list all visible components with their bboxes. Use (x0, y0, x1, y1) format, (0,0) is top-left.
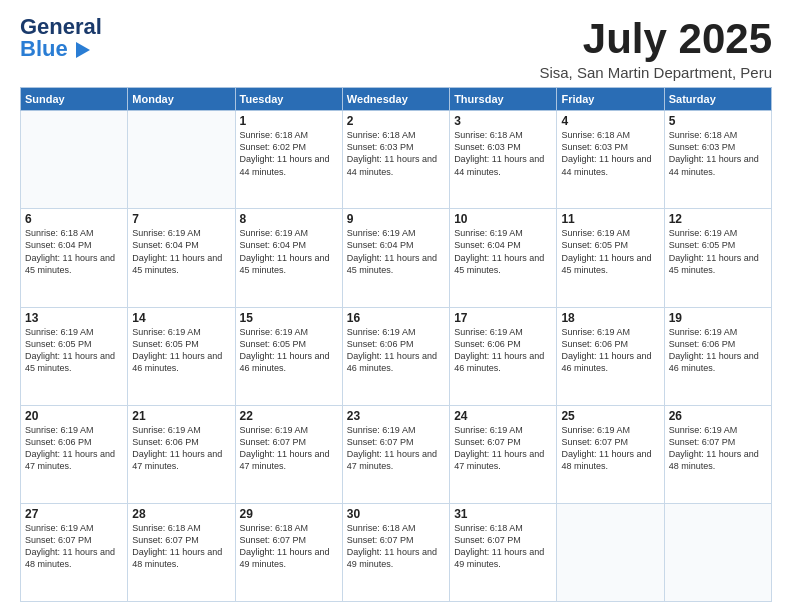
day-info: Sunrise: 6:19 AM Sunset: 6:05 PM Dayligh… (132, 326, 230, 375)
calendar-cell (664, 503, 771, 601)
day-number: 13 (25, 311, 123, 325)
day-info: Sunrise: 6:19 AM Sunset: 6:06 PM Dayligh… (669, 326, 767, 375)
weekday-header-row: SundayMondayTuesdayWednesdayThursdayFrid… (21, 88, 772, 111)
day-info: Sunrise: 6:19 AM Sunset: 6:07 PM Dayligh… (347, 424, 445, 473)
weekday-header-monday: Monday (128, 88, 235, 111)
day-info: Sunrise: 6:19 AM Sunset: 6:04 PM Dayligh… (240, 227, 338, 276)
day-number: 16 (347, 311, 445, 325)
day-info: Sunrise: 6:18 AM Sunset: 6:04 PM Dayligh… (25, 227, 123, 276)
calendar-cell: 21Sunrise: 6:19 AM Sunset: 6:06 PM Dayli… (128, 405, 235, 503)
day-number: 19 (669, 311, 767, 325)
weekday-header-friday: Friday (557, 88, 664, 111)
day-info: Sunrise: 6:19 AM Sunset: 6:04 PM Dayligh… (132, 227, 230, 276)
month-title: July 2025 (539, 16, 772, 62)
calendar-cell: 26Sunrise: 6:19 AM Sunset: 6:07 PM Dayli… (664, 405, 771, 503)
day-info: Sunrise: 6:19 AM Sunset: 6:05 PM Dayligh… (25, 326, 123, 375)
calendar-cell: 31Sunrise: 6:18 AM Sunset: 6:07 PM Dayli… (450, 503, 557, 601)
day-info: Sunrise: 6:19 AM Sunset: 6:07 PM Dayligh… (561, 424, 659, 473)
title-section: July 2025 Sisa, San Martin Department, P… (539, 16, 772, 81)
week-row-4: 20Sunrise: 6:19 AM Sunset: 6:06 PM Dayli… (21, 405, 772, 503)
calendar-cell: 29Sunrise: 6:18 AM Sunset: 6:07 PM Dayli… (235, 503, 342, 601)
day-info: Sunrise: 6:18 AM Sunset: 6:07 PM Dayligh… (454, 522, 552, 571)
calendar-cell: 5Sunrise: 6:18 AM Sunset: 6:03 PM Daylig… (664, 111, 771, 209)
day-number: 26 (669, 409, 767, 423)
day-number: 28 (132, 507, 230, 521)
day-info: Sunrise: 6:19 AM Sunset: 6:06 PM Dayligh… (561, 326, 659, 375)
calendar-cell (128, 111, 235, 209)
calendar-cell: 2Sunrise: 6:18 AM Sunset: 6:03 PM Daylig… (342, 111, 449, 209)
day-info: Sunrise: 6:18 AM Sunset: 6:03 PM Dayligh… (669, 129, 767, 178)
calendar-cell: 16Sunrise: 6:19 AM Sunset: 6:06 PM Dayli… (342, 307, 449, 405)
weekday-header-sunday: Sunday (21, 88, 128, 111)
calendar-cell: 17Sunrise: 6:19 AM Sunset: 6:06 PM Dayli… (450, 307, 557, 405)
day-info: Sunrise: 6:19 AM Sunset: 6:07 PM Dayligh… (25, 522, 123, 571)
day-info: Sunrise: 6:18 AM Sunset: 6:07 PM Dayligh… (240, 522, 338, 571)
day-number: 8 (240, 212, 338, 226)
calendar-cell: 9Sunrise: 6:19 AM Sunset: 6:04 PM Daylig… (342, 209, 449, 307)
day-info: Sunrise: 6:18 AM Sunset: 6:07 PM Dayligh… (132, 522, 230, 571)
day-number: 12 (669, 212, 767, 226)
day-number: 18 (561, 311, 659, 325)
day-number: 24 (454, 409, 552, 423)
calendar-cell: 11Sunrise: 6:19 AM Sunset: 6:05 PM Dayli… (557, 209, 664, 307)
calendar-cell: 22Sunrise: 6:19 AM Sunset: 6:07 PM Dayli… (235, 405, 342, 503)
logo-blue: Blue (20, 38, 102, 60)
week-row-1: 1Sunrise: 6:18 AM Sunset: 6:02 PM Daylig… (21, 111, 772, 209)
calendar-cell: 27Sunrise: 6:19 AM Sunset: 6:07 PM Dayli… (21, 503, 128, 601)
day-info: Sunrise: 6:19 AM Sunset: 6:06 PM Dayligh… (454, 326, 552, 375)
day-number: 1 (240, 114, 338, 128)
day-info: Sunrise: 6:18 AM Sunset: 6:03 PM Dayligh… (347, 129, 445, 178)
day-number: 7 (132, 212, 230, 226)
logo-general: General (20, 16, 102, 38)
logo-text: General Blue (20, 16, 102, 60)
day-info: Sunrise: 6:19 AM Sunset: 6:07 PM Dayligh… (454, 424, 552, 473)
calendar-table: SundayMondayTuesdayWednesdayThursdayFrid… (20, 87, 772, 602)
calendar-cell: 1Sunrise: 6:18 AM Sunset: 6:02 PM Daylig… (235, 111, 342, 209)
day-number: 10 (454, 212, 552, 226)
day-number: 11 (561, 212, 659, 226)
day-info: Sunrise: 6:18 AM Sunset: 6:03 PM Dayligh… (454, 129, 552, 178)
day-info: Sunrise: 6:19 AM Sunset: 6:06 PM Dayligh… (132, 424, 230, 473)
day-number: 6 (25, 212, 123, 226)
day-info: Sunrise: 6:19 AM Sunset: 6:06 PM Dayligh… (25, 424, 123, 473)
day-info: Sunrise: 6:18 AM Sunset: 6:02 PM Dayligh… (240, 129, 338, 178)
day-number: 9 (347, 212, 445, 226)
calendar-cell: 6Sunrise: 6:18 AM Sunset: 6:04 PM Daylig… (21, 209, 128, 307)
calendar-cell: 25Sunrise: 6:19 AM Sunset: 6:07 PM Dayli… (557, 405, 664, 503)
calendar-cell: 3Sunrise: 6:18 AM Sunset: 6:03 PM Daylig… (450, 111, 557, 209)
calendar-cell: 24Sunrise: 6:19 AM Sunset: 6:07 PM Dayli… (450, 405, 557, 503)
weekday-header-tuesday: Tuesday (235, 88, 342, 111)
day-info: Sunrise: 6:19 AM Sunset: 6:04 PM Dayligh… (454, 227, 552, 276)
day-info: Sunrise: 6:18 AM Sunset: 6:07 PM Dayligh… (347, 522, 445, 571)
day-number: 25 (561, 409, 659, 423)
day-info: Sunrise: 6:19 AM Sunset: 6:05 PM Dayligh… (561, 227, 659, 276)
calendar-cell: 18Sunrise: 6:19 AM Sunset: 6:06 PM Dayli… (557, 307, 664, 405)
day-number: 20 (25, 409, 123, 423)
day-info: Sunrise: 6:19 AM Sunset: 6:05 PM Dayligh… (669, 227, 767, 276)
calendar-cell: 14Sunrise: 6:19 AM Sunset: 6:05 PM Dayli… (128, 307, 235, 405)
calendar-cell: 30Sunrise: 6:18 AM Sunset: 6:07 PM Dayli… (342, 503, 449, 601)
day-info: Sunrise: 6:19 AM Sunset: 6:05 PM Dayligh… (240, 326, 338, 375)
day-info: Sunrise: 6:19 AM Sunset: 6:07 PM Dayligh… (240, 424, 338, 473)
page: General Blue July 2025 Sisa, San Martin … (0, 0, 792, 612)
day-number: 23 (347, 409, 445, 423)
logo: General Blue (20, 16, 102, 60)
day-number: 5 (669, 114, 767, 128)
calendar-cell: 7Sunrise: 6:19 AM Sunset: 6:04 PM Daylig… (128, 209, 235, 307)
calendar-cell: 8Sunrise: 6:19 AM Sunset: 6:04 PM Daylig… (235, 209, 342, 307)
calendar-cell (557, 503, 664, 601)
day-number: 17 (454, 311, 552, 325)
day-info: Sunrise: 6:19 AM Sunset: 6:06 PM Dayligh… (347, 326, 445, 375)
weekday-header-saturday: Saturday (664, 88, 771, 111)
calendar-cell: 23Sunrise: 6:19 AM Sunset: 6:07 PM Dayli… (342, 405, 449, 503)
day-number: 15 (240, 311, 338, 325)
weekday-header-wednesday: Wednesday (342, 88, 449, 111)
calendar-cell: 15Sunrise: 6:19 AM Sunset: 6:05 PM Dayli… (235, 307, 342, 405)
calendar-cell: 28Sunrise: 6:18 AM Sunset: 6:07 PM Dayli… (128, 503, 235, 601)
calendar-cell: 19Sunrise: 6:19 AM Sunset: 6:06 PM Dayli… (664, 307, 771, 405)
week-row-5: 27Sunrise: 6:19 AM Sunset: 6:07 PM Dayli… (21, 503, 772, 601)
calendar-cell: 13Sunrise: 6:19 AM Sunset: 6:05 PM Dayli… (21, 307, 128, 405)
day-number: 14 (132, 311, 230, 325)
week-row-2: 6Sunrise: 6:18 AM Sunset: 6:04 PM Daylig… (21, 209, 772, 307)
day-number: 27 (25, 507, 123, 521)
